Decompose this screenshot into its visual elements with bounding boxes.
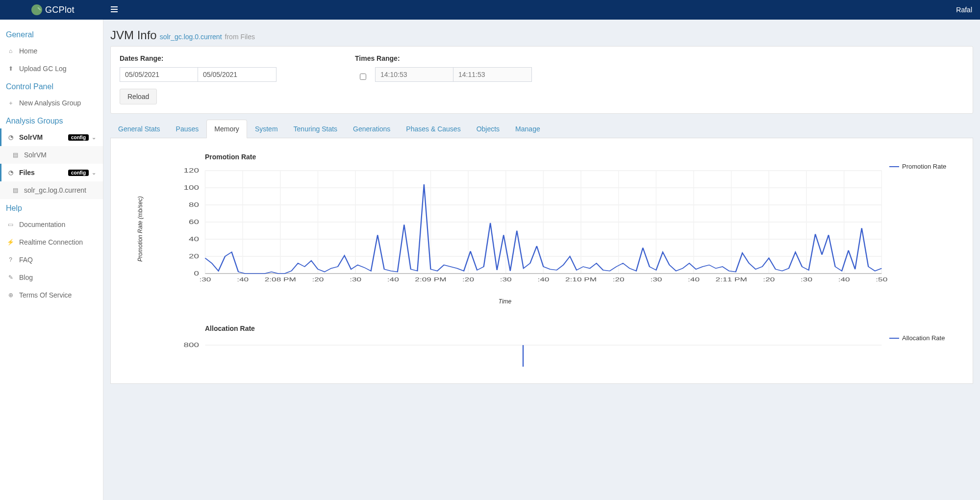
svg-text::30: :30 (801, 276, 812, 282)
time-to-input[interactable] (453, 67, 532, 82)
tab-phases[interactable]: Phases & Causes (398, 120, 468, 138)
svg-text::50: :50 (876, 276, 887, 282)
page-title: JVM Info solr_gc.log.0.current from File… (110, 26, 973, 46)
sidebar-item-label: Terms Of Service (19, 291, 72, 299)
sidebar-item-label: Documentation (19, 221, 65, 228)
sidebar-item-label: Realtime Connection (19, 238, 83, 246)
sidebar-item-label: SolrVM (19, 133, 43, 141)
sidebar-item-right: config ⌄ (68, 134, 96, 141)
user-menu[interactable]: Rafal (956, 6, 972, 14)
svg-text:60: 60 (189, 219, 199, 225)
sidebar-item-label: Files (19, 169, 35, 176)
svg-text:2:09 PM: 2:09 PM (415, 276, 446, 282)
dates-label: Dates Range: (120, 54, 276, 62)
topbar-left: GCPlot (0, 1, 125, 19)
date-to-input[interactable] (198, 67, 276, 82)
legend-label: Promotion Rate (902, 163, 946, 170)
logo[interactable]: GCPlot (0, 4, 103, 15)
legend-item[interactable]: Allocation Rate (889, 334, 963, 342)
sidebar-item-files[interactable]: ◔ Files config ⌄ (0, 164, 103, 181)
svg-text:2:11 PM: 2:11 PM (716, 276, 747, 282)
sidebar-item-label: Upload GC Log (19, 65, 67, 73)
times-label: Times Range: (355, 54, 532, 62)
sidebar-heading-help: Help (0, 199, 103, 216)
svg-text:20: 20 (189, 253, 199, 259)
sidebar-item-label: Blog (19, 274, 33, 281)
sidebar-item-tos[interactable]: ⊕ Terms Of Service (0, 286, 103, 304)
sidebar-heading-groups: Analysis Groups (0, 112, 103, 128)
svg-text::30: :30 (500, 276, 512, 282)
logo-icon (31, 4, 42, 15)
upload-icon: ⬆ (7, 65, 14, 73)
svg-text::40: :40 (688, 276, 700, 282)
sidebar-item-new-group[interactable]: ＋ New Analysis Group (0, 94, 103, 112)
svg-text::20: :20 (613, 276, 625, 282)
chevron-down-icon[interactable]: ⌄ (92, 170, 96, 176)
menu-toggle-icon[interactable] (103, 1, 125, 19)
svg-text::20: :20 (312, 276, 324, 282)
sidebar-item-upload[interactable]: ⬆ Upload GC Log (0, 60, 103, 77)
legend-swatch (889, 166, 899, 167)
times-enable-checkbox[interactable] (360, 74, 366, 80)
sidebar-heading-control: Control Panel (0, 77, 103, 94)
tabs: General Stats Pauses Memory System Tenur… (110, 120, 973, 138)
sidebar-item-solrvm-child[interactable]: ▤ SolrVM (0, 146, 103, 164)
tab-generations[interactable]: Generations (345, 120, 398, 138)
svg-text::40: :40 (838, 276, 850, 282)
sidebar-item-logfile[interactable]: ▤ solr_gc.log.0.current (0, 181, 103, 199)
chart-title: Allocation Rate (205, 325, 889, 332)
allocation-chart: Allocation Rate 800 Allocation Rate (121, 325, 963, 369)
legend-swatch (889, 338, 899, 339)
tab-memory[interactable]: Memory (206, 120, 247, 138)
tab-manage[interactable]: Manage (507, 120, 548, 138)
sidebar-item-blog[interactable]: ✎ Blog (0, 269, 103, 286)
server-icon: ▤ (12, 187, 19, 194)
svg-text:100: 100 (184, 184, 200, 191)
svg-text::40: :40 (537, 276, 549, 282)
legend-item[interactable]: Promotion Rate (889, 163, 963, 170)
promotion-chart-svg[interactable]: 020406080100120:30:402:08 PM:20:30:402:0… (121, 166, 889, 293)
reload-button[interactable]: Reload (120, 89, 157, 104)
book-icon: ▭ (7, 221, 14, 228)
promotion-legend: Promotion Rate (889, 153, 963, 305)
sidebar-item-realtime[interactable]: ⚡ Realtime Connection (0, 233, 103, 251)
promotion-chart: Promotion Rate Promotion Rate (mb/sec) 0… (121, 153, 963, 305)
sidebar-item-home[interactable]: ⌂ Home (0, 42, 103, 60)
svg-text:800: 800 (184, 342, 200, 348)
config-badge[interactable]: config (68, 170, 89, 176)
sidebar-item-docs[interactable]: ▭ Documentation (0, 216, 103, 233)
tab-tenuring[interactable]: Tenuring Stats (286, 120, 346, 138)
svg-text::20: :20 (763, 276, 775, 282)
svg-text::30: :30 (350, 276, 361, 282)
plug-icon: ⚡ (7, 239, 14, 246)
chevron-down-icon[interactable]: ⌄ (92, 134, 96, 141)
home-icon: ⌂ (7, 48, 14, 55)
svg-text::30: :30 (650, 276, 662, 282)
chart-xlabel: Time (121, 298, 889, 305)
allocation-legend: Allocation Rate (889, 325, 963, 369)
tab-system[interactable]: System (247, 120, 286, 138)
sidebar-item-label: FAQ (19, 256, 33, 264)
allocation-chart-svg[interactable]: 800 (121, 337, 889, 367)
sidebar-item-solrvm[interactable]: ◔ SolrVM config ⌄ (0, 128, 103, 146)
sidebar-item-faq[interactable]: ? FAQ (0, 251, 103, 269)
sidebar-item-label: solr_gc.log.0.current (24, 186, 86, 194)
page-title-text: JVM Info (110, 28, 157, 42)
page-subtitle-suffix: from Files (225, 33, 255, 41)
svg-text::40: :40 (387, 276, 399, 282)
tab-general-stats[interactable]: General Stats (110, 120, 168, 138)
date-from-input[interactable] (120, 67, 198, 82)
pie-icon: ◔ (7, 169, 14, 176)
tab-objects[interactable]: Objects (469, 120, 507, 138)
server-icon: ▤ (12, 151, 19, 159)
time-from-input[interactable] (375, 67, 453, 82)
charts-panel: Promotion Rate Promotion Rate (mb/sec) 0… (110, 138, 973, 384)
dates-range-col: Dates Range: (120, 54, 276, 82)
sidebar: General ⌂ Home ⬆ Upload GC Log Control P… (0, 20, 103, 500)
tab-pauses[interactable]: Pauses (168, 120, 207, 138)
pencil-icon: ✎ (7, 274, 14, 281)
globe-icon: ⊕ (7, 292, 14, 299)
times-range-col: Times Range: (355, 54, 532, 82)
svg-text:120: 120 (184, 167, 200, 174)
config-badge[interactable]: config (68, 134, 89, 141)
